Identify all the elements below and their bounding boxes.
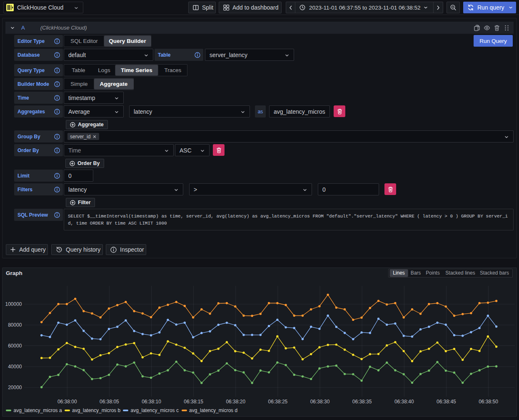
svg-text:60000: 60000 <box>8 343 22 349</box>
svg-text:80000: 80000 <box>8 322 22 328</box>
svg-text:06:38:20: 06:38:20 <box>226 399 245 405</box>
svg-text:06:38:30: 06:38:30 <box>310 399 330 405</box>
svg-text:06:38:45: 06:38:45 <box>437 399 456 405</box>
svg-text:06:38:10: 06:38:10 <box>142 399 161 405</box>
svg-text:20000: 20000 <box>8 385 22 390</box>
svg-text:06:38:05: 06:38:05 <box>100 399 119 405</box>
svg-text:06:38:50: 06:38:50 <box>479 399 498 405</box>
svg-text:40000: 40000 <box>8 364 22 370</box>
svg-text:06:38:35: 06:38:35 <box>352 399 372 405</box>
svg-text:06:38:40: 06:38:40 <box>394 399 414 405</box>
svg-text:06:38:15: 06:38:15 <box>184 399 203 405</box>
svg-text:06:38:00: 06:38:00 <box>57 399 77 405</box>
svg-text:06:38:25: 06:38:25 <box>268 399 288 405</box>
svg-text:100000: 100000 <box>5 301 22 307</box>
